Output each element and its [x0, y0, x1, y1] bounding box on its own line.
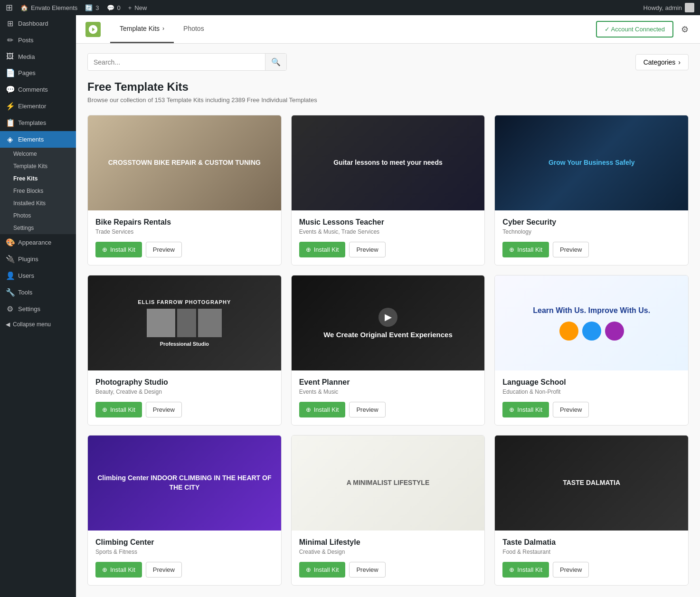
settings-icon: ⚙: [6, 304, 14, 313]
collapse-menu[interactable]: ◀ Collapse menu: [0, 317, 76, 332]
tab-template-kits[interactable]: Template Kits ›: [110, 15, 174, 43]
sidebar-item-templates[interactable]: 📋 Templates: [0, 114, 76, 131]
plus-circle-icon: ⊕: [509, 566, 514, 573]
comments-count[interactable]: 💬 0: [107, 4, 121, 11]
sidebar-item-elementor[interactable]: ⚡ Elementor: [0, 98, 76, 114]
preview-kit-button[interactable]: Preview: [146, 242, 182, 257]
sidebar-item-label: Appearance: [18, 239, 51, 246]
install-kit-button[interactable]: ⊕ Install Kit: [299, 242, 346, 257]
submenu-settings[interactable]: Settings: [0, 222, 76, 234]
pages-icon: 📄: [6, 68, 14, 77]
updates-count[interactable]: 🔄 3: [85, 4, 99, 11]
sidebar-item-settings[interactable]: ⚙ Settings: [0, 301, 76, 317]
kit-preview-image: ELLIS FARROW PHOTOGRAPHYProfessional Stu…: [88, 275, 281, 370]
kit-actions: ⊕ Install Kit Preview: [95, 562, 274, 578]
sidebar-item-posts[interactable]: ✏ Posts: [0, 32, 76, 48]
install-kit-button[interactable]: ⊕ Install Kit: [502, 402, 549, 417]
install-kit-button[interactable]: ⊕ Install Kit: [502, 242, 549, 257]
kit-card: A MINIMALIST LIFESTYLE Minimal Lifestyle…: [291, 435, 485, 586]
kit-info: Language School Education & Non-Profit ⊕…: [495, 370, 688, 425]
sidebar-item-media[interactable]: 🖼 Media: [0, 48, 76, 65]
kit-actions: ⊕ Install Kit Preview: [299, 242, 477, 257]
install-kit-button[interactable]: ⊕ Install Kit: [95, 242, 142, 257]
elements-submenu: Welcome Template Kits Free Kits Free Blo…: [0, 148, 76, 234]
submenu-free-kits[interactable]: Free Kits: [0, 172, 76, 185]
preview-kit-button[interactable]: Preview: [146, 402, 182, 417]
kit-name: Photography Studio: [95, 378, 274, 387]
kit-actions: ⊕ Install Kit Preview: [299, 562, 477, 578]
sidebar-item-label: Templates: [18, 119, 46, 126]
kit-preview-image: Learn With Us. Improve With Us.: [495, 275, 688, 370]
elements-icon: ◈: [6, 135, 14, 144]
kit-name: Cyber Security: [502, 218, 681, 227]
envato-logo-icon: [85, 22, 101, 37]
install-kit-button[interactable]: ⊕ Install Kit: [299, 402, 346, 417]
preview-kit-button[interactable]: Preview: [553, 402, 589, 417]
install-kit-button[interactable]: ⊕ Install Kit: [502, 562, 549, 578]
sidebar-item-label: Elements: [18, 136, 44, 143]
preview-kit-button[interactable]: Preview: [553, 242, 589, 257]
kit-info: Music Lessons Teacher Events & Music, Tr…: [292, 210, 485, 265]
sidebar-item-comments[interactable]: 💬 Comments: [0, 81, 76, 98]
submenu-installed-kits[interactable]: Installed Kits: [0, 197, 76, 209]
plus-circle-icon: ⊕: [509, 246, 514, 253]
plus-circle-icon: ⊕: [102, 566, 107, 573]
kit-info: Taste Dalmatia Food & Restaurant ⊕ Insta…: [495, 531, 688, 585]
preview-kit-button[interactable]: Preview: [349, 562, 385, 578]
submenu-free-blocks[interactable]: Free Blocks: [0, 185, 76, 197]
sidebar-item-appearance[interactable]: 🎨 Appearance: [0, 234, 76, 251]
wp-logo[interactable]: ⊞: [6, 2, 13, 13]
kit-category: Technology: [502, 228, 681, 235]
search-button[interactable]: 🔍: [265, 54, 286, 70]
submenu-photos[interactable]: Photos: [0, 209, 76, 222]
submenu-welcome[interactable]: Welcome: [0, 148, 76, 160]
kit-info: Event Planner Events & Music ⊕ Install K…: [292, 370, 485, 425]
media-icon: 🖼: [6, 52, 14, 61]
account-connected-button[interactable]: ✓ Account Connected: [596, 21, 673, 38]
envato-header: Template Kits › Photos ✓ Account Connect…: [76, 15, 700, 44]
submenu-template-kits[interactable]: Template Kits: [0, 160, 76, 172]
plus-circle-icon: ⊕: [509, 406, 514, 413]
sidebar-item-label: Elementor: [18, 103, 46, 110]
sidebar-item-label: Dashboard: [18, 20, 48, 27]
preview-kit-button[interactable]: Preview: [349, 242, 385, 257]
comments-icon: 💬: [6, 85, 14, 94]
kit-card: Guitar lessons to meet your needs Music …: [291, 115, 485, 265]
sidebar-item-dashboard[interactable]: ⊞ Dashboard: [0, 15, 76, 32]
search-input[interactable]: [88, 55, 265, 70]
kit-name: Climbing Center: [95, 538, 274, 547]
tab-photos[interactable]: Photos: [174, 15, 214, 43]
categories-button[interactable]: Categories ›: [635, 54, 689, 70]
preview-kit-button[interactable]: Preview: [349, 402, 385, 417]
settings-gear-button[interactable]: ⚙: [679, 22, 691, 37]
sidebar-item-label: Plugins: [18, 256, 38, 263]
kit-preview-image: CROSSTOWN BIKE REPAIR & CUSTOM TUNING: [88, 115, 281, 210]
tools-icon: 🔧: [6, 288, 14, 297]
sidebar-item-elements[interactable]: ◈ Elements: [0, 131, 76, 148]
preview-kit-button[interactable]: Preview: [146, 562, 182, 578]
kit-name: Minimal Lifestyle: [299, 538, 477, 547]
site-name[interactable]: 🏠 Envato Elements: [20, 4, 77, 11]
admin-sidebar: ⊞ Dashboard ✏ Posts 🖼 Media 📄 Pages 💬 Co…: [0, 15, 76, 597]
kit-card: Learn With Us. Improve With Us. Language…: [494, 275, 689, 426]
install-kit-button[interactable]: ⊕ Install Kit: [95, 402, 142, 417]
sidebar-item-label: Pages: [18, 69, 36, 76]
users-icon: 👤: [6, 271, 14, 280]
new-content[interactable]: + New: [128, 4, 147, 11]
preview-kit-button[interactable]: Preview: [553, 562, 589, 578]
sidebar-item-users[interactable]: 👤 Users: [0, 267, 76, 284]
sidebar-item-pages[interactable]: 📄 Pages: [0, 65, 76, 81]
kit-actions: ⊕ Install Kit Preview: [95, 402, 274, 417]
plus-circle-icon: ⊕: [306, 566, 311, 573]
install-kit-button[interactable]: ⊕ Install Kit: [299, 562, 346, 578]
sidebar-item-plugins[interactable]: 🔌 Plugins: [0, 251, 76, 267]
sidebar-item-tools[interactable]: 🔧 Tools: [0, 284, 76, 301]
sidebar-item-label: Media: [18, 53, 35, 60]
kit-name: Event Planner: [299, 378, 477, 387]
plus-circle-icon: ⊕: [102, 246, 107, 253]
header-tabs: Template Kits › Photos: [110, 15, 214, 43]
kit-info: Photography Studio Beauty, Creative & De…: [88, 370, 281, 425]
kit-category: Events & Music: [299, 389, 477, 395]
install-kit-button[interactable]: ⊕ Install Kit: [95, 562, 142, 578]
posts-icon: ✏: [6, 36, 14, 45]
